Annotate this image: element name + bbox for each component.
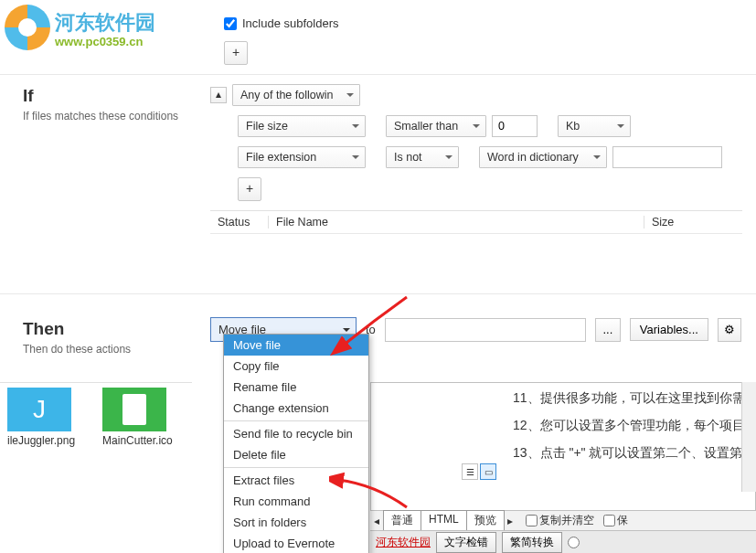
condition-extra-dropdown[interactable]: Word in dictionary xyxy=(479,146,607,168)
file-thumbnail xyxy=(102,388,166,431)
editor-tab[interactable]: HTML xyxy=(421,510,467,531)
copy-clear-checkbox[interactable] xyxy=(526,515,538,526)
logo-text: 河东软件园 xyxy=(55,9,155,37)
file-thumbnail: J xyxy=(7,388,71,431)
status-header-size: Size xyxy=(644,216,735,229)
then-title: Then xyxy=(23,319,183,339)
scrollbar[interactable] xyxy=(741,382,756,492)
menu-item-change-extension[interactable]: Change extension xyxy=(224,398,368,419)
site-link[interactable]: 河东软件园 xyxy=(376,535,431,550)
file-thumbnail-strip: J ileJuggler.png MainCutter.ico xyxy=(0,382,192,455)
file-item[interactable]: MainCutter.ico xyxy=(102,388,173,451)
variables-button[interactable]: Variables... xyxy=(630,318,708,341)
bottom-toolbar: 河东软件园 文字检错 繁简转换 xyxy=(370,530,756,553)
add-condition-button[interactable]: + xyxy=(238,177,261,201)
tip-text: 12、您可以设置多个管理功能，每个项目可 xyxy=(513,418,746,434)
menu-item-extract-files[interactable]: Extract files xyxy=(224,470,368,491)
condition-field-dropdown[interactable]: File size xyxy=(238,115,366,137)
then-subtitle: Then do these actions xyxy=(23,343,183,356)
condition-op-dropdown[interactable]: Is not xyxy=(386,146,459,168)
condition-unit-dropdown[interactable]: Kb xyxy=(558,115,631,137)
tip-text: 13、点击 "+" 就可以设置第二个、设置第三 xyxy=(513,445,746,462)
condition-text-input[interactable] xyxy=(612,146,722,168)
status-header-status: Status xyxy=(218,216,268,229)
menu-item-run-command[interactable]: Run command xyxy=(224,491,368,512)
menu-item-sort-in-folders[interactable]: Sort in folders xyxy=(224,512,368,533)
keep-checkbox[interactable] xyxy=(603,515,615,526)
collapse-toggle[interactable]: ▴ xyxy=(210,87,227,103)
include-subfolders-label: Include subfolders xyxy=(242,16,339,30)
if-title: If xyxy=(23,86,183,106)
if-subtitle: If files matches these conditions xyxy=(23,110,183,122)
menu-item-move-file[interactable]: Move file xyxy=(224,335,368,356)
view-detail-icon[interactable]: ▭ xyxy=(480,463,496,480)
logo-watermark: 河东软件园 www.pc0359.cn xyxy=(0,0,165,64)
tip-text: 11、提供很多功能，可以在这里找到你需要 xyxy=(513,390,746,407)
menu-item-rename-file[interactable]: Rename file xyxy=(224,377,368,398)
condition-field-dropdown[interactable]: File extension xyxy=(238,146,366,168)
file-name-label: ileJuggler.png xyxy=(7,434,75,447)
editor-tab[interactable]: 普通 xyxy=(383,510,421,531)
action-dropdown-menu: Move fileCopy fileRename fileChange exte… xyxy=(223,334,369,553)
editor-tab[interactable]: 预览 xyxy=(466,510,505,531)
file-item[interactable]: J ileJuggler.png xyxy=(7,388,75,451)
text-check-button[interactable]: 文字检错 xyxy=(436,532,496,553)
settings-button[interactable]: ⚙ xyxy=(718,318,741,342)
menu-item-copy-file[interactable]: Copy file xyxy=(224,356,368,377)
logo-url: www.pc0359.cn xyxy=(55,35,143,48)
logo-icon xyxy=(5,5,50,50)
add-folder-button[interactable]: + xyxy=(224,41,248,65)
destination-input[interactable] xyxy=(385,318,586,342)
include-subfolders-checkbox[interactable] xyxy=(224,17,237,30)
menu-item-upload-to-evernote[interactable]: Upload to Evernote xyxy=(224,533,368,553)
convert-button[interactable]: 繁简转换 xyxy=(502,532,562,553)
condition-op-dropdown[interactable]: Smaller than xyxy=(386,115,486,137)
view-list-icon[interactable]: ☰ xyxy=(462,463,478,480)
status-header-filename: File Name xyxy=(268,216,644,229)
browse-button[interactable]: ... xyxy=(595,318,621,342)
condition-value-input[interactable] xyxy=(492,115,538,137)
menu-item-delete-file[interactable]: Delete file xyxy=(224,444,368,465)
editor-tab-bar: ◂ 普通HTML预览 ▸ 复制并清空 保 xyxy=(370,510,756,530)
option-radio[interactable] xyxy=(568,537,580,548)
match-mode-dropdown[interactable]: Any of the followin xyxy=(232,84,360,106)
menu-item-send-file-to-recycle-bin[interactable]: Send file to recycle bin xyxy=(224,423,368,444)
file-name-label: MainCutter.ico xyxy=(102,434,173,447)
